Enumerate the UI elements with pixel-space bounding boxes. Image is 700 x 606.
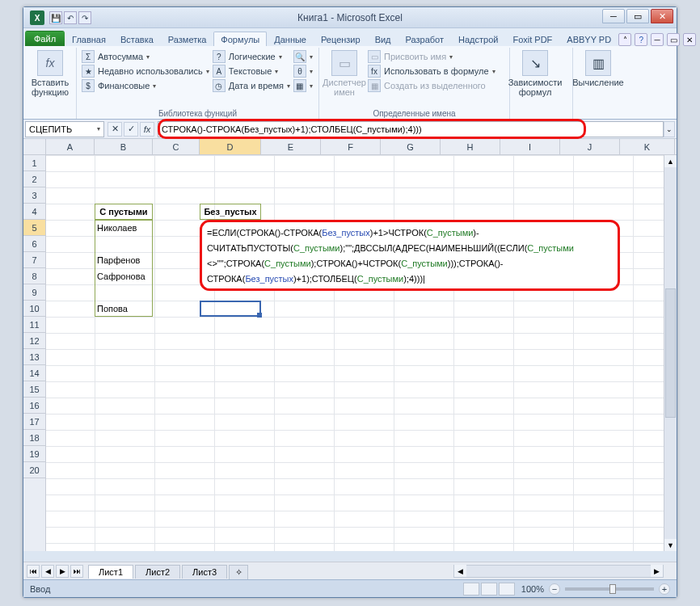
cells-area[interactable]: С пустыми Без_пустых Николаев Парфенов С… — [46, 155, 677, 551]
scroll-right-icon[interactable]: ▶ — [651, 565, 663, 577]
recent-button[interactable]: ★Недавно использовались▾ — [82, 65, 209, 78]
select-all-button[interactable] — [23, 139, 46, 155]
row-header-15[interactable]: 15 — [23, 381, 45, 398]
close-button[interactable]: ✕ — [651, 9, 673, 23]
calculation-button[interactable]: ▥Вычисление — [578, 48, 618, 119]
tab-insert[interactable]: Вставка — [113, 32, 161, 46]
sheet-nav-next-icon[interactable]: ▶ — [56, 565, 69, 578]
more-button[interactable]: ▦▾ — [293, 79, 313, 92]
cell-B10[interactable]: Попова — [95, 301, 153, 317]
text-button[interactable]: AТекстовые▾ — [213, 65, 290, 78]
zoom-control[interactable]: 100% − + — [521, 583, 670, 595]
sheet-nav-last-icon[interactable]: ⏭ — [70, 565, 83, 578]
cell-B5[interactable]: Николаев — [95, 220, 153, 236]
scroll-left-icon[interactable]: ◀ — [454, 565, 466, 577]
tab-addins[interactable]: Надстрой — [451, 32, 505, 46]
col-header-J[interactable]: J — [560, 139, 620, 154]
col-header-G[interactable]: G — [381, 139, 441, 154]
row-header-7[interactable]: 7 — [23, 252, 45, 268]
row-header-2[interactable]: 2 — [23, 171, 45, 187]
row-header-5[interactable]: 5 — [23, 220, 45, 236]
name-manager-button[interactable]: ▭ Диспетчер имен — [324, 48, 365, 119]
undo-icon[interactable]: ↶ — [64, 11, 77, 24]
doc-restore-icon[interactable]: ▭ — [667, 33, 680, 46]
row-header-12[interactable]: 12 — [23, 333, 45, 349]
scroll-down-icon[interactable]: ▼ — [664, 539, 677, 551]
define-name-button[interactable]: ▭Присвоить имя▾ — [368, 50, 495, 63]
col-header-D[interactable]: D — [200, 139, 261, 154]
formula-auditing-button[interactable]: ↘Зависимости формул — [515, 48, 555, 119]
col-header-F[interactable]: F — [321, 139, 381, 154]
view-pagelayout-button[interactable] — [481, 583, 497, 595]
autosum-button[interactable]: ΣАвтосумма▾ — [82, 50, 209, 63]
new-sheet-button[interactable]: ✧ — [229, 565, 248, 579]
zoom-slider[interactable] — [565, 587, 654, 591]
worksheet-grid[interactable]: A B C D E F G H I J K 1 2 3 — [23, 139, 677, 551]
col-header-H[interactable]: H — [441, 139, 500, 154]
sheet-tab-1[interactable]: Лист1 — [88, 565, 133, 579]
row-header-6[interactable]: 6 — [23, 236, 45, 252]
tab-data[interactable]: Данные — [267, 32, 314, 46]
tab-home[interactable]: Главная — [65, 32, 113, 46]
name-box[interactable]: СЦЕПИТЬ▾ — [25, 121, 104, 137]
minimize-button[interactable]: ─ — [602, 9, 625, 23]
redo-icon[interactable]: ↷ — [78, 11, 91, 24]
row-header-20[interactable]: 20 — [23, 462, 45, 478]
tab-view[interactable]: Вид — [368, 32, 398, 46]
cell-B8[interactable]: Сафронова — [95, 268, 153, 284]
math-button[interactable]: θ▾ — [293, 65, 313, 78]
tab-pagelayout[interactable]: Разметка — [161, 32, 214, 46]
tab-file[interactable]: Файл — [25, 31, 65, 46]
create-from-selection-button[interactable]: ▦Создать из выделенного — [368, 79, 495, 92]
tab-developer[interactable]: Разработ — [398, 32, 451, 46]
col-header-C[interactable]: C — [153, 139, 200, 154]
expand-formula-bar-button[interactable]: ⌄ — [664, 121, 675, 137]
financial-button[interactable]: $Финансовые▾ — [82, 79, 209, 92]
use-in-formula-button[interactable]: fxИспользовать в формуле▾ — [368, 65, 495, 78]
insert-function-button[interactable]: fx Вставить функцию — [30, 48, 70, 119]
row-header-3[interactable]: 3 — [23, 187, 45, 204]
scroll-thumb[interactable] — [665, 288, 676, 418]
row-header-14[interactable]: 14 — [23, 365, 45, 381]
ribbon-minimize-icon[interactable]: ˄ — [618, 33, 631, 46]
zoom-thumb[interactable] — [609, 584, 616, 594]
accept-formula-button[interactable]: ✓ — [124, 122, 138, 137]
cancel-formula-button[interactable]: ✕ — [108, 122, 122, 137]
logical-button[interactable]: ?Логические▾ — [213, 50, 290, 63]
sheet-tab-2[interactable]: Лист2 — [135, 565, 180, 579]
row-header-1[interactable]: 1 — [23, 155, 45, 171]
cell-formula-editing[interactable]: =ЕСЛИ(СТРОКА()-СТРОКА(Без_пустых)+1>ЧСТР… — [200, 220, 620, 291]
sheet-tab-3[interactable]: Лист3 — [182, 565, 227, 579]
row-header-8[interactable]: 8 — [23, 268, 45, 284]
date-button[interactable]: ◷Дата и время▾ — [213, 79, 290, 92]
lookup-button[interactable]: 🔍▾ — [293, 50, 313, 63]
sheet-nav-prev-icon[interactable]: ◀ — [41, 565, 54, 578]
view-pagebreak-button[interactable] — [499, 583, 515, 595]
doc-min-icon[interactable]: ─ — [651, 33, 664, 46]
row-header-10[interactable]: 10 — [23, 301, 45, 317]
col-header-K[interactable]: K — [620, 139, 675, 154]
help-icon[interactable]: ? — [635, 33, 647, 46]
row-header-19[interactable]: 19 — [23, 446, 45, 462]
cell-B7[interactable]: Парфенов — [95, 252, 153, 268]
cell-B4[interactable]: С пустыми — [95, 204, 153, 220]
zoom-in-button[interactable]: + — [659, 583, 670, 595]
zoom-out-button[interactable]: − — [549, 583, 560, 595]
col-header-B[interactable]: B — [95, 139, 153, 154]
save-icon[interactable]: 💾 — [49, 11, 62, 24]
row-header-11[interactable]: 11 — [23, 317, 45, 333]
col-header-I[interactable]: I — [500, 139, 560, 154]
horizontal-scrollbar[interactable]: ◀ ▶ — [453, 565, 664, 578]
tab-abbyy[interactable]: ABBYY PD — [559, 32, 618, 46]
scroll-up-icon[interactable]: ▲ — [664, 155, 677, 167]
row-header-16[interactable]: 16 — [23, 398, 45, 414]
col-header-E[interactable]: E — [261, 139, 321, 154]
row-header-9[interactable]: 9 — [23, 284, 45, 301]
row-header-13[interactable]: 13 — [23, 349, 45, 365]
cell-D4[interactable]: Без_пустых — [200, 204, 261, 220]
row-header-18[interactable]: 18 — [23, 430, 45, 446]
formula-bar[interactable]: СТРОКА()-СТРОКА(Без_пустых)+1);СТОЛБЕЦ(С… — [158, 121, 664, 137]
tab-foxit[interactable]: Foxit PDF — [505, 32, 559, 46]
doc-close-icon[interactable]: ✕ — [683, 33, 696, 46]
fx-button[interactable]: fx — [140, 122, 154, 137]
